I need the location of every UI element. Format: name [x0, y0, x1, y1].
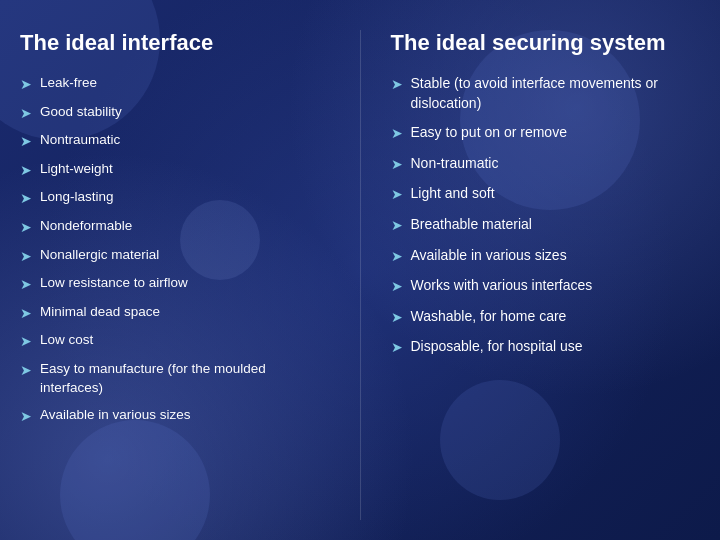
- right-item-text: Available in various sizes: [411, 246, 701, 266]
- left-item-text: Nondeformable: [40, 217, 330, 236]
- right-item-text: Disposable, for hospital use: [411, 337, 701, 357]
- left-list-item: ➤Leak-free: [20, 74, 330, 95]
- left-list-item: ➤Low cost: [20, 331, 330, 352]
- left-item-text: Nontraumatic: [40, 131, 330, 150]
- arrow-icon: ➤: [20, 332, 32, 352]
- arrow-icon: ➤: [391, 277, 403, 297]
- left-list-item: ➤Long-lasting: [20, 188, 330, 209]
- left-item-text: Long-lasting: [40, 188, 330, 207]
- arrow-icon: ➤: [391, 247, 403, 267]
- left-column: The ideal interface ➤Leak-free➤Good stab…: [20, 30, 330, 520]
- left-list-item: ➤Nondeformable: [20, 217, 330, 238]
- column-divider: [360, 30, 361, 520]
- right-item-text: Non-traumatic: [411, 154, 701, 174]
- arrow-icon: ➤: [20, 161, 32, 181]
- arrow-icon: ➤: [391, 185, 403, 205]
- arrow-icon: ➤: [20, 304, 32, 324]
- arrow-icon: ➤: [20, 75, 32, 95]
- right-list-item: ➤Non-traumatic: [391, 154, 701, 175]
- right-item-text: Stable (to avoid interface movements or …: [411, 74, 701, 113]
- main-content: The ideal interface ➤Leak-free➤Good stab…: [0, 0, 720, 540]
- arrow-icon: ➤: [20, 407, 32, 427]
- left-list-item: ➤Available in various sizes: [20, 406, 330, 427]
- left-list-item: ➤Good stability: [20, 103, 330, 124]
- left-list-item: ➤Nonallergic material: [20, 246, 330, 267]
- arrow-icon: ➤: [391, 75, 403, 95]
- right-column: The ideal securing system ➤Stable (to av…: [391, 30, 701, 520]
- left-list-item: ➤Minimal dead space: [20, 303, 330, 324]
- left-item-text: Good stability: [40, 103, 330, 122]
- left-list: ➤Leak-free➤Good stability➤Nontraumatic➤L…: [20, 74, 330, 434]
- right-list-item: ➤Easy to put on or remove: [391, 123, 701, 144]
- left-list-item: ➤Nontraumatic: [20, 131, 330, 152]
- right-item-text: Works with various interfaces: [411, 276, 701, 296]
- arrow-icon: ➤: [20, 132, 32, 152]
- left-item-text: Minimal dead space: [40, 303, 330, 322]
- arrow-icon: ➤: [20, 361, 32, 381]
- arrow-icon: ➤: [391, 155, 403, 175]
- left-list-item: ➤Light-weight: [20, 160, 330, 181]
- right-list-item: ➤Breathable material: [391, 215, 701, 236]
- arrow-icon: ➤: [391, 308, 403, 328]
- right-column-title: The ideal securing system: [391, 30, 701, 56]
- left-item-text: Easy to manufacture (for the moulded int…: [40, 360, 330, 398]
- left-item-text: Low resistance to airflow: [40, 274, 330, 293]
- right-list-item: ➤Stable (to avoid interface movements or…: [391, 74, 701, 113]
- left-column-title: The ideal interface: [20, 30, 330, 56]
- left-list-item: ➤Easy to manufacture (for the moulded in…: [20, 360, 330, 398]
- arrow-icon: ➤: [391, 338, 403, 358]
- left-item-text: Light-weight: [40, 160, 330, 179]
- arrow-icon: ➤: [20, 218, 32, 238]
- arrow-icon: ➤: [20, 247, 32, 267]
- left-item-text: Available in various sizes: [40, 406, 330, 425]
- right-item-text: Breathable material: [411, 215, 701, 235]
- right-item-text: Washable, for home care: [411, 307, 701, 327]
- arrow-icon: ➤: [391, 216, 403, 236]
- right-list-item: ➤Light and soft: [391, 184, 701, 205]
- right-list-item: ➤Works with various interfaces: [391, 276, 701, 297]
- right-item-text: Light and soft: [411, 184, 701, 204]
- right-list-item: ➤Available in various sizes: [391, 246, 701, 267]
- arrow-icon: ➤: [391, 124, 403, 144]
- right-item-text: Easy to put on or remove: [411, 123, 701, 143]
- left-item-text: Leak-free: [40, 74, 330, 93]
- right-list-item: ➤Washable, for home care: [391, 307, 701, 328]
- left-item-text: Nonallergic material: [40, 246, 330, 265]
- right-list: ➤Stable (to avoid interface movements or…: [391, 74, 701, 368]
- right-list-item: ➤Disposable, for hospital use: [391, 337, 701, 358]
- arrow-icon: ➤: [20, 104, 32, 124]
- arrow-icon: ➤: [20, 189, 32, 209]
- left-item-text: Low cost: [40, 331, 330, 350]
- left-list-item: ➤Low resistance to airflow: [20, 274, 330, 295]
- arrow-icon: ➤: [20, 275, 32, 295]
